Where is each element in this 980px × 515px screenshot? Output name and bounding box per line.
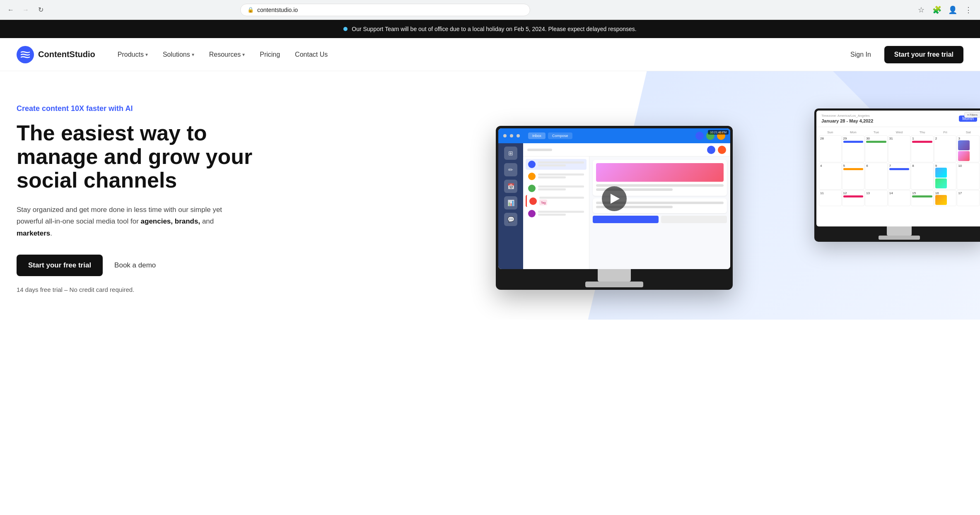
screen-line-5 <box>538 185 584 188</box>
hero-demo-button[interactable]: Book a demo <box>114 261 156 270</box>
cal-day-14[interactable]: 14 <box>888 190 911 206</box>
screen-topbar <box>523 143 730 156</box>
cal-header-mon: Mon <box>842 130 865 135</box>
cal-day-9-content <box>935 168 956 188</box>
screen-line-1 <box>538 161 584 164</box>
cal-day-07[interactable]: 7 <box>888 163 911 190</box>
screen-item-avatar-5 <box>528 210 536 217</box>
cal-day-01[interactable]: 1 <box>911 135 934 162</box>
cal-day-17[interactable]: 17 <box>957 190 980 206</box>
cal-header-fri: Fri <box>934 130 957 135</box>
lock-icon: 🔒 <box>247 7 254 13</box>
calendar-filters[interactable]: ≡ Filters <box>964 112 980 118</box>
cal-day-30[interactable]: 30 <box>865 135 888 162</box>
cal-day-08[interactable]: 8 <box>911 163 934 190</box>
calendar-title: January 28 - May 4,2022 <box>821 118 873 123</box>
cal-day-15[interactable]: 15 <box>911 190 934 206</box>
hero-description-text3: and <box>200 217 214 225</box>
cal-header-sat: Sat <box>957 130 980 135</box>
announcement-bar: Our Support Team will be out of office d… <box>0 20 980 38</box>
nav-contact[interactable]: Contact Us <box>289 48 333 62</box>
screen-content-area: Tag <box>523 143 730 269</box>
nav-pricing-label: Pricing <box>260 51 280 58</box>
cal-day-05[interactable]: 5 <box>842 163 865 190</box>
profile-button[interactable]: 👤 <box>946 3 959 17</box>
cal-day-02[interactable]: 2 <box>934 135 957 162</box>
back-button[interactable]: ← <box>5 4 17 16</box>
url-text: contentstudio.io <box>257 7 523 13</box>
screen-line-10 <box>538 214 566 216</box>
monitor-screen-secondary: Timezone: America/Los_Angeles January 28… <box>816 111 980 226</box>
nav-solutions-label: Solutions <box>163 51 190 58</box>
nav-products[interactable]: Products ▾ <box>112 48 154 62</box>
screen-item-text-3 <box>538 185 584 191</box>
screen-sidebar: ⊞ ✏ 📅 📊 💬 <box>498 143 523 269</box>
screen-list-item-4: Tag <box>526 195 587 207</box>
hero-title: The easiest way to manage and grow your … <box>17 121 265 193</box>
cal-day-31[interactable]: 31 <box>888 135 911 162</box>
cal-day-11[interactable]: 11 <box>819 190 842 206</box>
cal-day-13[interactable]: 13 <box>865 190 888 206</box>
forward-button[interactable]: → <box>20 4 31 16</box>
hero-tagline: Create content 10X faster with AI <box>17 104 265 113</box>
screen-list-item-5 <box>526 208 587 219</box>
sidebar-inbox-icon: 💬 <box>504 213 517 226</box>
cal-day-16[interactable]: 16 <box>934 190 957 206</box>
announcement-text: Our Support Team will be out of office d… <box>352 26 636 32</box>
play-button[interactable] <box>602 186 627 211</box>
start-trial-button[interactable]: Start your free trial <box>884 46 963 63</box>
bookmark-button[interactable]: ☆ <box>915 3 928 17</box>
nav-contact-label: Contact Us <box>295 51 328 58</box>
cal-header-thu: Thu <box>911 130 934 135</box>
screen-item-text-4: Tag <box>539 197 584 205</box>
monitor-screen-main: Inbox Compose ⊞ ✏ 📅 <box>498 128 730 269</box>
nav-links: Products ▾ Solutions ▾ Resources ▾ Prici… <box>112 48 844 62</box>
logo-link[interactable]: ContentStudio <box>17 46 95 63</box>
hero-trial-button[interactable]: Start your free trial <box>17 255 103 276</box>
hero-section: Create content 10X faster with AI The ea… <box>0 71 980 320</box>
nav-resources[interactable]: Resources ▾ <box>203 48 251 62</box>
cal-day-06[interactable]: 6 <box>865 163 888 190</box>
screen-user-avatar <box>707 146 715 154</box>
sidebar-home-icon: ⊞ <box>504 147 517 160</box>
cal-day-3-content <box>958 140 978 161</box>
cal-day-16-content <box>935 195 956 205</box>
sidebar-calendar-icon: 📅 <box>504 180 517 193</box>
cal-day-10[interactable]: 10 <box>957 163 980 190</box>
reload-button[interactable]: ↻ <box>35 4 46 16</box>
cal-day-29[interactable]: 29 <box>842 135 865 162</box>
monitor-main-base <box>585 282 643 287</box>
screen-dot-yellow <box>510 134 513 137</box>
cal-header-wed: Wed <box>888 130 911 135</box>
play-triangle-icon <box>611 194 620 204</box>
sidebar-analytics-icon: 📊 <box>504 196 517 209</box>
hero-note: 14 days free trial – No credit card requ… <box>17 286 265 293</box>
nav-solutions[interactable]: Solutions ▾ <box>157 48 200 62</box>
calendar-grid: Sun Mon Tue Wed Thu Fri Sat 28 29 30 31 … <box>816 127 980 209</box>
nav-pricing[interactable]: Pricing <box>254 48 286 62</box>
screen-item-avatar-4 <box>529 197 537 205</box>
sign-in-button[interactable]: Sign In <box>844 48 878 62</box>
menu-button[interactable]: ⋮ <box>962 3 975 17</box>
cal-day-03[interactable]: 3 <box>957 135 980 162</box>
screen-action-btn-1 <box>593 216 659 223</box>
calendar-controls: Month ≡ Filters <box>959 116 977 122</box>
cal-day-04[interactable]: 4 <box>819 163 842 190</box>
announcement-dot <box>343 27 348 31</box>
cal-day-28[interactable]: 28 <box>819 135 842 162</box>
hero-bold-brands: brands, <box>175 217 200 225</box>
screen-list-item-1 <box>526 159 587 170</box>
screen-tab-compose: Compose <box>548 132 572 139</box>
calendar-timezone: Timezone: America/Los_Angeles <box>821 114 873 118</box>
hero-description: Stay organized and get more done in less… <box>17 204 249 240</box>
browser-chrome: ← → ↻ 🔒 contentstudio.io ☆ 🧩 👤 ⋮ <box>0 0 980 20</box>
extensions-button[interactable]: 🧩 <box>930 3 944 17</box>
screen-avatar-1 <box>695 132 704 140</box>
cal-day-12[interactable]: 12 <box>842 190 865 206</box>
cal-day-09[interactable]: 9 <box>934 163 957 190</box>
address-bar[interactable]: 🔒 contentstudio.io <box>240 4 530 16</box>
screen-line-2 <box>538 164 566 166</box>
cal-thumbnail-2 <box>958 151 970 161</box>
solutions-chevron-icon: ▾ <box>192 52 194 58</box>
logo-text: ContentStudio <box>38 50 95 59</box>
